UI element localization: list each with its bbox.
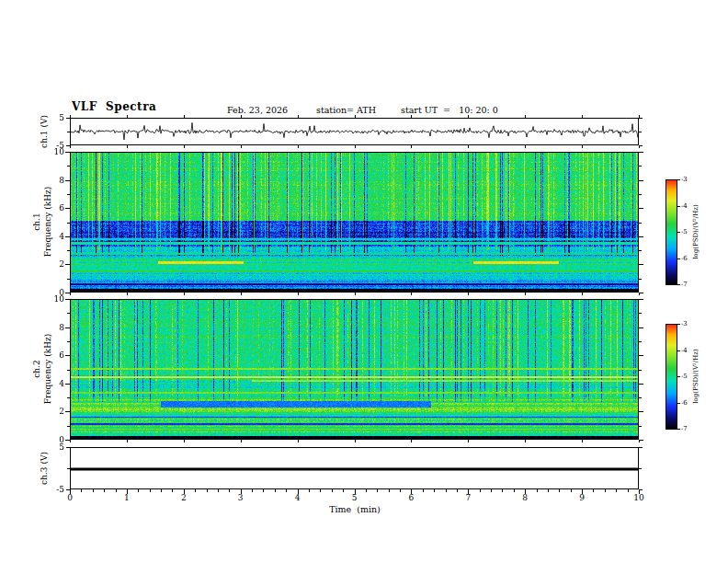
- freq-tick: [639, 250, 642, 251]
- volt-tick-label: -5: [44, 142, 64, 150]
- x-tick: [446, 489, 447, 492]
- x-tick: [559, 489, 560, 492]
- x-tick: [468, 293, 469, 295]
- x-tick: [263, 489, 264, 492]
- x-tick-label: 10: [631, 494, 647, 502]
- freq-tick: [639, 440, 643, 441]
- x-tick: [70, 440, 71, 442]
- x-tick: [468, 145, 469, 148]
- freq-tick: [639, 327, 643, 328]
- volt-tick: [67, 132, 70, 132]
- colorbar-tick: [677, 232, 680, 233]
- x-tick: [252, 489, 253, 492]
- colorbar-tick: [677, 376, 680, 377]
- x-tick: [298, 293, 299, 295]
- volt-tick: [66, 118, 70, 119]
- start-ut-label: start UT = 10: 20: 0: [401, 105, 498, 115]
- x-tick-label: 3: [233, 494, 249, 502]
- freq-tick: [639, 355, 643, 356]
- freq-tick: [639, 341, 642, 342]
- freq-tick: [639, 180, 643, 181]
- freq-tick-label: 2: [44, 260, 64, 269]
- volt-tick-label: 5: [44, 443, 64, 452]
- x-tick: [377, 489, 378, 492]
- x-tick-label: 6: [403, 494, 419, 502]
- freq-tick: [65, 180, 70, 181]
- x-tick-label: 4: [290, 494, 306, 502]
- freq-tick: [67, 166, 70, 167]
- freq-tick: [67, 426, 70, 427]
- volt-tick: [639, 447, 643, 448]
- freq-tick: [67, 397, 70, 398]
- freq-tick: [67, 250, 70, 251]
- volt-tick: [639, 132, 642, 132]
- freq-tick: [639, 293, 643, 293]
- freq-tick: [65, 299, 70, 300]
- x-tick: [298, 440, 299, 442]
- ch1-spec-ylabel-channel: ch.1: [31, 185, 42, 259]
- x-tick: [355, 145, 356, 148]
- ch2-spec-ylabel-channel: ch.2: [31, 332, 42, 406]
- x-tick-label: 5: [347, 494, 363, 502]
- freq-tick-label: 4: [44, 233, 64, 241]
- colorbar-tick: [677, 403, 680, 404]
- volt-tick: [639, 468, 642, 469]
- colorbar-tick-label: -5: [681, 373, 688, 380]
- x-tick: [286, 489, 287, 492]
- freq-tick-label: 6: [44, 351, 64, 360]
- colorbar-ch1: [665, 179, 677, 285]
- freq-tick: [65, 208, 70, 209]
- date-label: Feb. 23, 2026: [227, 105, 288, 115]
- x-tick: [411, 115, 412, 118]
- freq-tick: [639, 370, 642, 371]
- figure-title: VLF Spectra: [72, 102, 156, 112]
- volt-tick: [639, 118, 643, 119]
- x-tick-label: 2: [176, 494, 192, 502]
- freq-tick: [65, 411, 70, 412]
- freq-tick-label: 2: [44, 408, 64, 416]
- volt-tick: [639, 489, 643, 490]
- freq-tick: [65, 264, 70, 265]
- volt-tick: [66, 145, 70, 146]
- x-tick-label: 8: [517, 494, 533, 502]
- x-tick: [616, 489, 617, 492]
- colorbar-tick-label: -4: [681, 348, 688, 354]
- colorbar-tick-label: -6: [681, 400, 688, 407]
- colorbar-tick: [677, 206, 680, 207]
- x-tick: [172, 489, 173, 492]
- colorbar-tick: [677, 350, 680, 351]
- freq-tick: [67, 194, 70, 195]
- x-tick: [161, 489, 162, 492]
- vlf-spectra-figure: VLF Spectra Feb. 23, 2026 station= ATH s…: [0, 0, 728, 563]
- colorbar-ch2: [665, 324, 677, 430]
- volt-tick: [66, 447, 70, 448]
- x-tick: [434, 489, 435, 492]
- colorbar-tick-label: -7: [681, 426, 688, 432]
- colorbar-tick-label: -5: [681, 229, 688, 236]
- x-tick: [525, 440, 526, 442]
- colorbar-tick: [677, 324, 680, 325]
- x-tick: [241, 115, 242, 118]
- x-tick: [184, 293, 185, 295]
- volt-tick: [66, 489, 70, 490]
- x-tick: [514, 489, 515, 492]
- x-tick: [423, 489, 424, 492]
- x-tick: [400, 489, 401, 492]
- ch1-voltage-waveform-panel: [70, 118, 639, 145]
- x-tick: [116, 489, 117, 492]
- x-tick: [127, 440, 128, 442]
- x-tick: [582, 115, 583, 118]
- x-tick: [502, 489, 503, 492]
- x-tick: [355, 440, 356, 442]
- ch3-voltage-waveform-panel: [70, 447, 639, 489]
- x-tick: [411, 440, 412, 442]
- x-tick: [70, 115, 71, 118]
- colorbar-tick: [677, 179, 680, 180]
- colorbar-tick-label: -4: [681, 203, 688, 210]
- x-tick: [70, 145, 71, 148]
- freq-tick: [639, 236, 643, 237]
- x-tick: [241, 293, 242, 295]
- ch2-spec-ylabel-frequency: Frequency (kHz): [42, 327, 53, 410]
- x-tick: [298, 115, 299, 118]
- colorbar-tick-label: -6: [681, 256, 688, 262]
